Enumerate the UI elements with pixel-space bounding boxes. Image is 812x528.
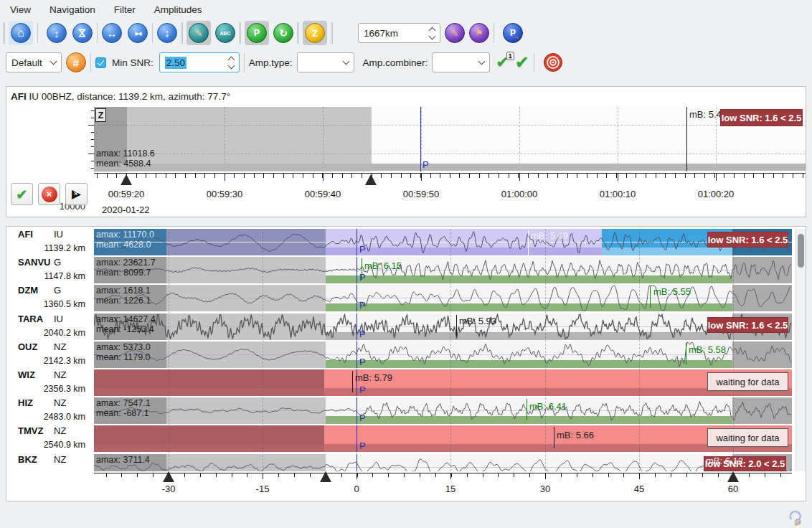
station-label-TARA[interactable]: TARAIU2040.2 km (6, 314, 94, 340)
header-rest: IU 00BHZ, distance: 1139.2 km, azimuth: … (27, 91, 230, 102)
trace-row-WIZ[interactable]: Pwaiting for datamB: 5.79 (94, 369, 792, 396)
amplitude-marker[interactable] (528, 230, 529, 255)
minor-tick (107, 173, 108, 178)
station-label-WIZ[interactable]: WIZNZ2356.3 km (6, 369, 94, 396)
compress-horizontal-icon[interactable]: ▸◂ (128, 23, 148, 43)
apply-one-button[interactable]: ✔1 (496, 55, 509, 70)
time-cursor-triangle[interactable] (365, 174, 377, 185)
recompute-target-icon[interactable] (543, 52, 563, 72)
trace-row-DZM[interactable]: amax: 1618.1mean: 1226.1PmB: 5.55 (94, 285, 792, 311)
confirm-button[interactable]: ✔ (11, 183, 33, 205)
menubar: View Navigation Filter Amplitudes (0, 0, 812, 19)
trace-row-AFI[interactable]: amax: 11170.0mean: 4628.0Plow SNR: 1.6 <… (94, 229, 792, 255)
scale-amplitude-icon[interactable]: ✎ (445, 23, 465, 43)
profile-combobox[interactable]: Default (6, 52, 62, 72)
fit-time-window-icon[interactable]: ⋈ (72, 23, 93, 43)
mean-label: mean: 4628.0 (96, 240, 151, 250)
trace-row-TMVZ[interactable]: Pwaiting for datamB: 5.66 (94, 425, 792, 452)
minor-tick (303, 173, 303, 178)
time-cursor-triangle[interactable] (727, 471, 739, 482)
station-label-DZM[interactable]: DZMG1360.5 km (6, 285, 94, 311)
trace-row-TARA[interactable]: amax: 14627.4mean: -1253.4Plow SNR: 1.6 … (94, 314, 792, 340)
skip-button[interactable]: ▶× (65, 183, 88, 205)
pick-p-toggle-button[interactable]: P (245, 21, 269, 45)
spin-arrows[interactable] (430, 26, 435, 41)
apply-all-button[interactable]: ✔ (515, 54, 529, 71)
trace-row-HIZ[interactable]: amax: 7547.1mean: -687.1PmB: 6.41 (94, 397, 792, 424)
minor-tick (273, 173, 274, 178)
magnitude-count-icon[interactable]: # (66, 52, 86, 72)
time-cursor-triangle[interactable] (320, 471, 331, 482)
amplitude-marker[interactable] (554, 427, 554, 448)
amplitude-marker[interactable] (362, 258, 362, 280)
time-cursor-triangle[interactable] (121, 174, 132, 185)
trace-row-BKZ[interactable]: amax: 3711.4low SNR: 2.0 < 2.5mB: 6.12 (94, 454, 792, 471)
p-pick-marker[interactable] (357, 397, 357, 424)
station-label-SANVU[interactable]: SANVUG1147.8 km (6, 257, 94, 283)
amp-type-label: Amp.type: (249, 57, 293, 68)
station-label-HIZ[interactable]: HIZNZ2483.0 km (6, 397, 94, 424)
min-snr-spinbox[interactable]: 2.50 (159, 52, 240, 72)
amp-type-combobox[interactable] (297, 52, 354, 72)
p-pick-marker[interactable] (357, 314, 357, 340)
p-pick-marker[interactable] (357, 229, 357, 255)
amplitude-marker[interactable] (650, 286, 651, 308)
minor-tick (704, 173, 705, 178)
menu-navigation[interactable]: Navigation (47, 3, 98, 16)
station-label-BKZ[interactable]: BKZNZ (6, 454, 94, 471)
trace-row-SANVU[interactable]: amax: 23621.7mean: 8099.7PmB: 6.15 (94, 257, 792, 283)
amplitude-marker[interactable] (456, 315, 457, 336)
p-pick-marker[interactable] (357, 341, 357, 368)
station-label-TMVZ[interactable]: TMVZNZ2540.9 km (6, 425, 94, 452)
reject-button[interactable]: × (38, 183, 60, 205)
menu-amplitudes[interactable]: Amplitudes (151, 3, 205, 16)
menu-view[interactable]: View (7, 3, 34, 16)
trace-scrollbar[interactable] (796, 229, 806, 471)
ruler-toggle-button[interactable]: ✎ (187, 21, 211, 45)
time-cursor-triangle[interactable] (163, 471, 174, 482)
separator (331, 22, 333, 44)
repick-icon[interactable]: ↻ (273, 23, 293, 43)
one-badge: 1 (506, 52, 514, 60)
p-pick-marker[interactable] (357, 425, 357, 452)
minor-tick (702, 473, 703, 477)
amplitude-marker[interactable] (686, 343, 686, 364)
station-label-OUZ[interactable]: OUZNZ2142.3 km (6, 341, 94, 368)
fit-amplitudes-icon[interactable]: ↨ (157, 23, 177, 43)
p-pick-marker[interactable] (357, 285, 357, 311)
min-snr-checkbox[interactable] (95, 57, 106, 68)
compute-amplitudes-icon[interactable]: P ~ (503, 23, 523, 43)
mb-value-label: mB: 5.93 (459, 316, 496, 326)
mean-label: mean: -1253.4 (96, 324, 154, 334)
station-label-AFI[interactable]: AFIIU1139.2 km (6, 229, 94, 255)
minor-tick (410, 173, 411, 178)
toolbar-amplitude-settings: Default # Min SNR: 2.50 Amp.type: Amp.co… (0, 47, 812, 77)
expand-vertical-icon[interactable]: ↕ (47, 23, 67, 43)
home-button[interactable]: ⌂ (9, 21, 33, 45)
amplitude-marker[interactable] (686, 107, 687, 171)
spin-arrows[interactable] (229, 55, 234, 70)
scrollbar-thumb[interactable] (798, 234, 804, 268)
minor-tick (97, 173, 98, 178)
p-pick-marker[interactable] (357, 454, 357, 471)
component-z-toggle-button[interactable]: Z (303, 21, 327, 45)
time-window-icon[interactable]: ⚑ (469, 23, 489, 43)
amplitude-marker[interactable] (352, 371, 353, 392)
distance-spinbox[interactable]: 1667km (358, 23, 440, 43)
time-tick-label: -15 (256, 484, 270, 494)
annotation-abc-icon[interactable]: ABC (215, 23, 235, 43)
amp-combiner-combobox[interactable] (432, 52, 490, 72)
p-pick-marker[interactable] (357, 257, 357, 283)
minor-tick (675, 173, 676, 178)
main-plot[interactable]: Z amax: 11018.6 mean: 4588.4 P mB: 5.49 … (94, 107, 806, 171)
expand-horizontal-icon[interactable]: ↔ (102, 23, 122, 43)
minor-tick (459, 173, 460, 178)
separator (239, 22, 241, 44)
p-pick-marker[interactable] (420, 107, 421, 171)
amplitude-marker[interactable] (527, 399, 527, 420)
trace-row-OUZ[interactable]: amax: 5373.0mean: 1179.0PmB: 5.58 (94, 341, 792, 368)
toolbar-handle[interactable] (3, 22, 5, 44)
menu-filter[interactable]: Filter (111, 3, 138, 16)
minor-tick (718, 473, 719, 477)
major-tick (639, 473, 640, 479)
